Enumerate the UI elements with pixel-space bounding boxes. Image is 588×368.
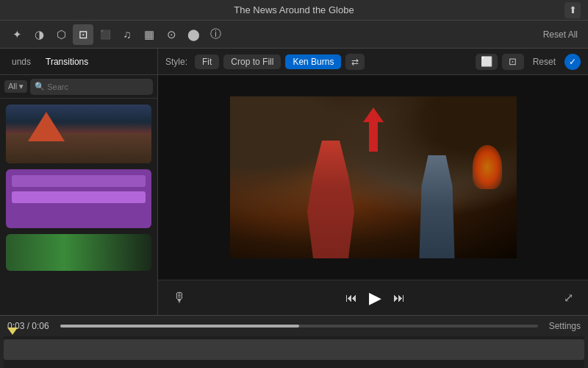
left-panel: unds Transitions All ▾ 🔍 [0,49,158,315]
search-input-wrap: 🔍 [30,79,153,95]
skip-forward-button[interactable]: ⏭ [393,291,405,305]
clips-list [0,99,157,315]
upload-button[interactable]: ⬆ [564,2,581,18]
search-input[interactable] [47,82,148,91]
green-clip[interactable] [6,234,151,271]
timeline-clip-bar [4,339,584,360]
all-filter-button[interactable]: All ▾ [4,80,27,93]
right-panel: Style: Fit Crop to Fill Ken Burns ⇄ ⬜ ⊡ … [158,49,588,315]
filter-icon[interactable]: ⬤ [183,24,204,45]
snowy-house-clip[interactable] [6,105,151,163]
arrow-head [363,107,384,122]
fit-button[interactable]: Fit [195,54,219,69]
playback-controls: 🎙 ⏮ ▶ ⏭ ⤢ [158,280,588,315]
reset-button[interactable]: Reset [528,55,560,68]
purple-app-clip[interactable] [6,169,151,228]
toolbar: ✦ ◑ ⬡ ⊡ ⬛ ♫ ▦ ⊙ ⬤ ⓘ Reset All [0,21,588,49]
playback-center: ⏮ ▶ ⏭ [345,289,405,308]
timeline-playhead [7,328,18,335]
red-arrow [363,107,384,152]
timeline-track[interactable] [4,336,584,368]
video-frame [230,96,517,258]
timeline-top: 0:03 / 0:06 Settings [0,316,588,336]
microphone-button[interactable]: 🎙 [173,290,186,305]
video-preview [158,75,588,280]
timeline: 0:03 / 0:06 Settings [0,315,588,368]
swap-icon[interactable]: ⇄ [345,54,365,70]
bg-fire [473,145,502,189]
crop-to-fill-button[interactable]: Crop to Fill [223,54,281,69]
fullscreen-button[interactable]: ⤢ [564,291,573,305]
title-bar: The News Around the Globe ⬆ [0,0,588,21]
resize-icon1[interactable]: ⬜ [476,54,498,70]
camera-icon[interactable]: ⬛ [95,24,115,45]
chart-icon[interactable]: ▦ [139,24,159,45]
transitions-tab[interactable]: Transitions [40,54,94,70]
play-button[interactable]: ▶ [369,289,381,308]
speedometer-icon[interactable]: ⊙ [161,24,182,45]
color-wheel-icon[interactable]: ◑ [29,24,49,45]
sounds-tab[interactable]: unds [6,54,37,70]
timeline-progress-fill [60,325,299,328]
search-bar: All ▾ 🔍 [0,75,157,99]
style-label: Style: [165,57,187,67]
arrow-shaft [369,122,378,152]
settings-button[interactable]: Settings [549,321,581,331]
resize-icon2[interactable]: ⊡ [502,54,524,70]
window-title: The News Around the Globe [234,4,354,15]
main-area: unds Transitions All ▾ 🔍 [0,49,588,315]
info-icon[interactable]: ⓘ [205,24,226,45]
timeline-progress-bar[interactable] [60,325,538,328]
palette-icon[interactable]: ⬡ [51,24,71,45]
left-tabs: unds Transitions [0,49,157,75]
style-bar: Style: Fit Crop to Fill Ken Burns ⇄ ⬜ ⊡ … [158,49,588,75]
style-bar-right: ⬜ ⊡ Reset ✓ [476,54,581,70]
search-icon: 🔍 [35,82,45,91]
reset-all-button[interactable]: Reset All [539,27,582,42]
ken-burns-button[interactable]: Ken Burns [285,54,341,69]
magic-wand-icon[interactable]: ✦ [7,24,27,45]
skip-back-button[interactable]: ⏮ [345,291,357,305]
crop-icon[interactable]: ⊡ [73,24,93,45]
audio-icon[interactable]: ♫ [117,24,137,45]
confirm-button[interactable]: ✓ [564,54,581,70]
